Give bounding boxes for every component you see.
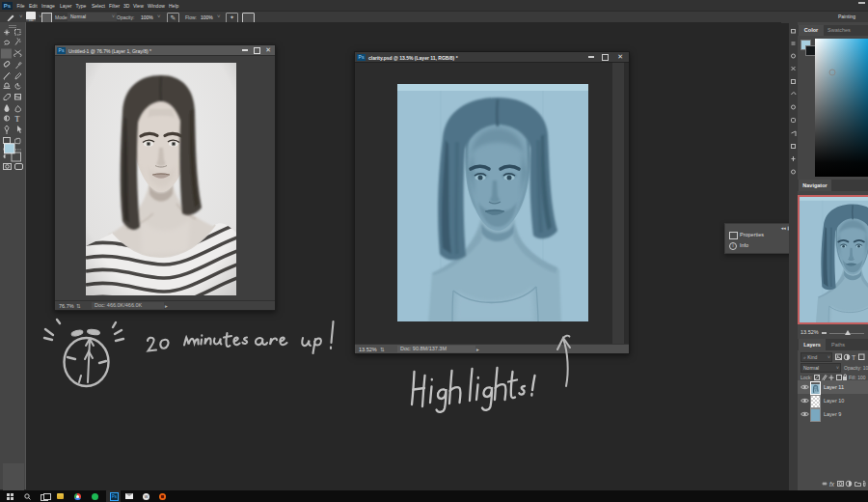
svg-text:T: T [15,115,20,124]
svg-text:fx: fx [829,481,835,488]
svg-text:T: T [852,354,856,361]
